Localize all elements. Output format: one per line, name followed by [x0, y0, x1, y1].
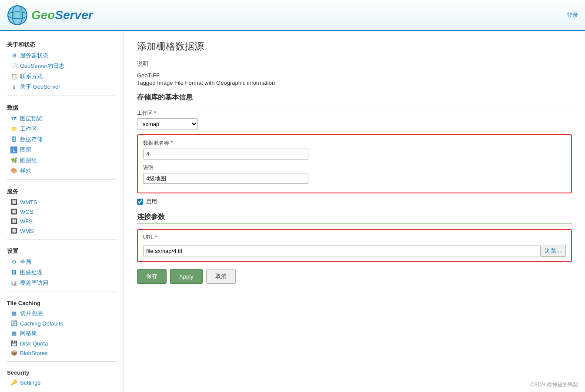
workspace-label: 工作区 *	[137, 110, 572, 117]
sidebar-item-gridsets[interactable]: ▦ 网格集	[0, 328, 124, 339]
sidebar-item-global[interactable]: ⚙ 全局	[0, 257, 124, 267]
divider-3	[7, 239, 117, 239]
logo-text: GeoServer	[31, 8, 93, 22]
sidebar-item-wms[interactable]: 🔲 WMS	[0, 226, 124, 236]
caching-icon: 🔄	[10, 320, 17, 327]
styles-icon: 🎨	[10, 167, 17, 174]
layout: 关于和状态 🖥 服务器状态 📄 GeoServer的日志 📋 联系方式 ℹ 关于…	[0, 31, 585, 392]
server-icon: 🖥	[10, 52, 17, 59]
sidebar-section-security: Security	[0, 365, 124, 378]
sidebar-item-image-processing[interactable]: 🖼 图像处理	[0, 267, 124, 278]
geotiff-info: GeoTIFF Tagged Image File Format with Ge…	[137, 72, 572, 86]
divider-5	[7, 361, 117, 362]
basic-info-heading: 存储库的基本信息	[137, 93, 572, 104]
sidebar-item-caching-defaults[interactable]: 🔄 Caching Defaults	[0, 319, 124, 328]
group-icon: 🌿	[10, 157, 17, 164]
url-highlight-box: URL * 浏览...	[137, 229, 572, 262]
cancel-button[interactable]: 取消	[206, 269, 236, 284]
sidebar-item-tile-layers[interactable]: ▦ 切片图层	[0, 308, 124, 319]
sidebar-item-contact[interactable]: 📋 联系方式	[0, 71, 124, 82]
sidebar-item-server-status[interactable]: 🖥 服务器状态	[0, 50, 124, 61]
description-section: 说明	[137, 60, 572, 68]
url-label: URL *	[143, 234, 566, 240]
url-input-row: 浏览...	[143, 245, 566, 257]
url-required: *	[155, 234, 157, 240]
datasource-name-row: 数据源名称 *	[143, 140, 566, 159]
enabled-checkbox[interactable]	[137, 199, 143, 205]
logo-server: Server	[55, 8, 93, 22]
blob-icon: 📦	[10, 349, 17, 356]
sidebar-item-wmts[interactable]: 🔲 WMTS	[0, 197, 124, 207]
grid-icon: ▦	[10, 330, 17, 337]
tile-icon: ▦	[10, 310, 17, 317]
sidebar-item-layers[interactable]: L 图层	[0, 145, 124, 155]
geotiff-desc: Tagged Image File Format with Geographic…	[137, 80, 572, 86]
logo-geo: Geo	[31, 8, 55, 22]
browse-button[interactable]: 浏览...	[541, 245, 566, 257]
page-title: 添加栅格数据源	[137, 40, 572, 53]
footer-watermark: CSDN @神秘的鸭梨	[530, 381, 578, 389]
preview-icon: 🗺	[10, 115, 17, 122]
sidebar-item-disk-quota[interactable]: 💾 Disk Quota	[0, 339, 124, 348]
workspace-select[interactable]: sxmap topp sf cite tiger nurc	[137, 118, 198, 130]
settings-icon: 🔑	[10, 379, 17, 386]
sidebar-section-data: 数据	[0, 100, 124, 113]
geotiff-name: GeoTIFF	[137, 72, 572, 79]
workspace-icon: 📁	[10, 126, 17, 133]
sidebar-item-data-store[interactable]: 🗄 数据存储	[0, 134, 124, 145]
sidebar-item-layer-preview[interactable]: 🗺 图层预览	[0, 113, 124, 124]
coverage-icon: 📊	[10, 279, 17, 286]
description-field-row: 说明	[143, 164, 566, 184]
sidebar-section-settings: 设置	[0, 243, 124, 257]
wcs-icon: 🔲	[10, 208, 17, 215]
header: GeoServer 登录	[0, 0, 585, 31]
wfs-icon: 🔲	[10, 218, 17, 225]
datasource-name-input[interactable]	[143, 149, 308, 159]
divider-4	[7, 292, 117, 292]
sidebar-item-security-settings[interactable]: 🔑 Settings	[0, 378, 124, 387]
workspace-row: 工作区 * sxmap topp sf cite tiger nurc	[137, 110, 572, 130]
svg-point-0	[8, 6, 27, 25]
main-content: 添加栅格数据源 说明 GeoTIFF Tagged Image File For…	[124, 31, 585, 392]
disk-icon: 💾	[10, 340, 17, 347]
datasource-name-label: 数据源名称 *	[143, 140, 566, 147]
sidebar-item-workspace[interactable]: 📁 工作区	[0, 124, 124, 134]
url-label-row: URL *	[143, 234, 566, 240]
sidebar-item-styles[interactable]: 🎨 样式	[0, 166, 124, 176]
sidebar-item-wfs[interactable]: 🔲 WFS	[0, 216, 124, 226]
sidebar-section-about: 关于和状态	[0, 37, 124, 50]
sidebar-item-about[interactable]: ℹ 关于 GeoServer	[0, 82, 124, 92]
enabled-row: 启用	[137, 198, 572, 206]
sidebar-item-geoserver-log[interactable]: 📄 GeoServer的日志	[0, 61, 124, 71]
log-icon: 📄	[10, 63, 17, 70]
description-field-label: 说明	[143, 164, 566, 171]
divider-2	[7, 179, 117, 180]
description-field-input[interactable]	[143, 173, 308, 184]
logo-globe-icon	[7, 5, 28, 26]
description-label: 说明	[137, 60, 572, 68]
login-link[interactable]: 登录	[567, 11, 578, 19]
sidebar-item-blobstores[interactable]: 📦 BlobStores	[0, 348, 124, 358]
sidebar-section-tile-caching: Tile Caching	[0, 296, 124, 308]
action-buttons: 保存 Apply 取消	[137, 269, 572, 284]
logo-area: GeoServer	[7, 5, 93, 26]
workspace-required: *	[154, 110, 156, 116]
datasource-name-required: *	[170, 140, 173, 146]
sidebar-item-coverage-access[interactable]: 📊 覆盖率访问	[0, 278, 124, 288]
contact-icon: 📋	[10, 73, 17, 80]
datasource-highlight-box: 数据源名称 * 说明	[137, 134, 572, 193]
apply-button[interactable]: Apply	[170, 269, 203, 284]
image-icon: 🖼	[10, 269, 17, 276]
wms-icon: 🔲	[10, 227, 17, 234]
wmts-icon: 🔲	[10, 199, 17, 206]
store-icon: 🗄	[10, 136, 17, 143]
sidebar-section-services: 服务	[0, 183, 124, 197]
url-input[interactable]	[143, 246, 541, 256]
sidebar-item-layer-group[interactable]: 🌿 图层组	[0, 155, 124, 166]
sidebar-item-wcs[interactable]: 🔲 WCS	[0, 207, 124, 216]
about-icon: ℹ	[10, 83, 17, 90]
divider-1	[7, 96, 117, 96]
save-button[interactable]: 保存	[137, 269, 167, 284]
layers-icon: L	[10, 146, 17, 153]
sidebar: 关于和状态 🖥 服务器状态 📄 GeoServer的日志 📋 联系方式 ℹ 关于…	[0, 31, 124, 392]
